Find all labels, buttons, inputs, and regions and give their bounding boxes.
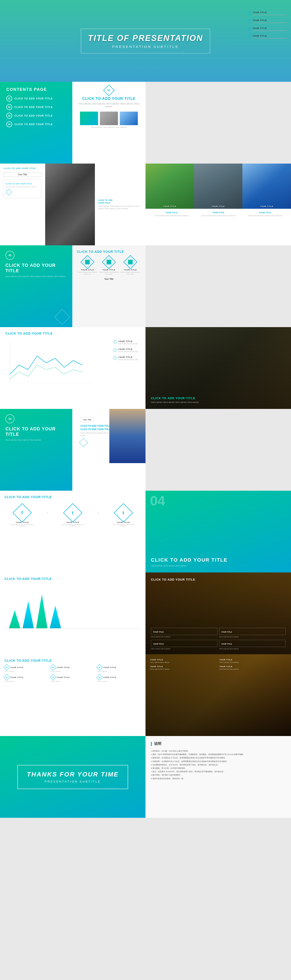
title-col-3: YOUR TITLE Click to add text click to ad… <box>244 212 286 217</box>
s8-desc-1: Click to add text click to add text clic… <box>253 14 286 16</box>
slide-7-right: 04 CLICK TO ADD YOUR TITLE Click to add … <box>146 491 291 573</box>
diamond-desc-3: Click to add text click to add text clic… <box>119 271 141 275</box>
s8r-item-2: YOUR TITLE Click to add text click to ad… <box>219 628 286 638</box>
slide-2-right: 01 CLICK TO ADD YOUR TITLE Click to add … <box>72 82 146 164</box>
social-facebook: f YOUR TITLE Click to add text click to … <box>11 506 33 527</box>
final-box[interactable]: THANKS FOR YOUR TIME PRESENTATION SUBTIT… <box>17 765 128 789</box>
label-entry-1: YOUR TITLE Click to add text click to ad… <box>114 340 138 345</box>
diamond-title-2: YOUR TITLE <box>98 269 120 271</box>
s8-title-1: YOUR TITLE <box>253 11 286 14</box>
other-diamond[interactable]: t <box>114 503 133 523</box>
inst-item-8: 8.图片更改：选中图片 右键 更改图片。 <box>151 773 286 777</box>
item-text-3: CLICK TO ADD YOUR TITLE <box>14 114 52 117</box>
facebook-letter: f <box>21 510 23 515</box>
slide5-left-title[interactable]: CLICK TO ADD YOUR TITLE <box>5 332 140 335</box>
slide5-right-title[interactable]: CLICK TO ADD YOUR TITLE <box>151 396 286 400</box>
grid-desc-1: Click to add text <box>5 670 48 672</box>
facebook-diamond[interactable]: f <box>13 503 32 523</box>
slide-7-left: CLICK TO ADD YOUR TITLE f YOUR TITLE Cli… <box>0 491 146 573</box>
slide8-left-title[interactable]: CLICK TO ADD YOUR TITLE <box>5 577 141 581</box>
slide8-right-content: CLICK TO ADD YOUR TITLE <box>151 578 286 584</box>
slide4-right-title[interactable]: CLICK TO ADD YOUR TITLE <box>77 250 141 253</box>
deco-diamond <box>54 309 70 325</box>
inst-items: 1.制作版本：2013版（2007及以上版本可使用） 2.素材：此PPT所用到的… <box>151 749 286 780</box>
inst-title: 说明 <box>154 741 161 746</box>
slide8-right-title[interactable]: CLICK TO ADD YOUR TITLE <box>151 578 286 581</box>
s8-label-text-1: YOUR TITLE Click to add text click to ad… <box>253 11 286 16</box>
right-click-title[interactable]: CLICK TO ADDYOUR TITLE <box>98 199 142 204</box>
s8r-item-1: YOUR TITLE Click to add text click to ad… <box>151 628 217 638</box>
slide7-right-content: CLICK TO ADD YOUR TITLE Click to add tex… <box>151 557 286 567</box>
right-labels: YOUR TITLE Click to add text click to ad… <box>114 340 138 361</box>
diamond-inner-3 <box>128 260 133 264</box>
slide9-right-content: YOUR TITLE Click to add text click to ad… <box>150 659 286 670</box>
slide8-labels: YOUR TITLE Click to add text click to ad… <box>248 11 286 40</box>
col-desc-2: Click to add text click to add text clic… <box>197 215 239 217</box>
slide2-right-title[interactable]: CLICK TO ADD YOUR TITLE <box>78 97 140 101</box>
s8-title-3: YOUR TITLE <box>253 27 286 29</box>
item-num-1: 01 <box>6 95 12 102</box>
slide-9-left: CLICK TO ADD YOUR TITLE 01 YOUR TITLE Cl… <box>0 654 146 736</box>
slide9-right-grid: YOUR TITLE Click to add text click to ad… <box>150 659 286 670</box>
s8-label-text-3: YOUR TITLE Click to add text click to ad… <box>253 27 286 32</box>
s9r-3: YOUR TITLE Click to add text click to ad… <box>150 665 217 670</box>
chart-container: YOUR TITLE Click to add text click to ad… <box>5 338 140 388</box>
final-subtitle: PRESENTATION SUBTITLE <box>27 780 119 783</box>
grid-item-2: 02 YOUR TITLE Click to add text <box>51 665 94 672</box>
small-click-title[interactable]: CLICK TO ADD YOUR TITLE <box>6 183 32 185</box>
slide4-title[interactable]: CLICK TO ADD YOUR TITLE <box>5 262 67 274</box>
twitter-diamond[interactable]: t <box>63 503 83 523</box>
inst-item-2: 2.素材：此PPT所用到的均为矢量可编辑图形，可调整形状、改变颜色，所有图画的图… <box>151 753 286 756</box>
contents-item-2[interactable]: 02 CLICK TO ADD YOUR TITLE <box>6 104 66 110</box>
s9r-4: YOUR TITLE Click to add text click to ad… <box>219 665 286 670</box>
slide8-label-4: YOUR TITLE Click to add text click to ad… <box>248 35 286 40</box>
grid-desc-2: Click to add text <box>51 670 94 672</box>
bar-1 <box>9 610 20 628</box>
slide-8-left: CLICK TO ADD YOUR TITLE YOUR TITLE Click… <box>0 573 146 654</box>
final-slide: THANKS FOR YOUR TIME PRESENTATION SUBTIT… <box>0 736 291 818</box>
col-title-3: YOUR TITLE <box>244 212 286 214</box>
your-title-box[interactable]: Your Title <box>4 172 41 177</box>
slide7-left-title[interactable]: CLICK TO ADD YOUR TITLE <box>5 495 141 499</box>
diamond-01: 01 <box>103 85 115 96</box>
slide-4: 02 CLICK TO ADD YOUR TITLE Click to add … <box>0 245 291 327</box>
slide-6-left: 03 CLICK TO ADD YOUR TITLE Click to add … <box>0 409 72 491</box>
slide2-right-desc: Click to add text. Click to add text. Cl… <box>78 103 140 108</box>
bar-3 <box>36 594 48 628</box>
presentation-title: TITLE OF PRESENTATION <box>88 33 203 43</box>
diamond-icon-3 <box>123 255 137 269</box>
diamond-title-1: YOUR TITLE <box>77 269 98 271</box>
label-title-2: YOUR TITLE <box>118 348 138 350</box>
diamond-row: YOUR TITLE Click to add text click to ad… <box>77 257 141 275</box>
your-title-sub[interactable]: Your Title <box>77 278 141 280</box>
contents-item-4[interactable]: 04 CLICK TO ADD YOUR TITLE <box>6 121 66 127</box>
social-desc-2: Click to add text click to add text clic… <box>62 524 84 527</box>
slide9-grid: 01 YOUR TITLE Click to add text 02 YOUR … <box>5 665 141 682</box>
label-text-2: YOUR TITLE Click to add text click to ad… <box>118 348 138 353</box>
grid-desc-4: Click to add text <box>5 681 48 682</box>
s8r-desc-3: Click to add text click to add text <box>151 648 217 650</box>
contents-item-1[interactable]: 01 CLICK TO ADD YOUR TITLE <box>6 95 66 102</box>
slide8-label-1: YOUR TITLE Click to add text click to ad… <box>248 11 286 16</box>
diamond-icon-2 <box>102 255 116 269</box>
label-entry-2: YOUR TITLE Click to add text click to ad… <box>114 348 138 353</box>
twitter-letter: t <box>72 510 74 515</box>
label-title-3: YOUR TITLE <box>118 356 138 358</box>
plus-2: + <box>97 511 99 515</box>
label-entry-3: YOUR TITLE Click to add text click to ad… <box>114 356 138 361</box>
label-text-1: YOUR TITLE Click to add text click to ad… <box>118 340 138 345</box>
slide-2: CONTENTS PAGE 01 CLICK TO ADD YOUR TITLE… <box>0 82 291 164</box>
click-add-title-a[interactable]: CLICK TO ADD YOUR TITLE <box>4 167 41 170</box>
slide7-right-title[interactable]: CLICK TO ADD YOUR TITLE <box>151 557 286 563</box>
small-desc: Click to add text. Click to add text. Cl… <box>6 186 39 188</box>
diamond-inner-2 <box>107 260 111 264</box>
slide-5: CLICK TO ADD YOUR TITLE YOUR TITLE Click… <box>0 327 291 409</box>
contents-item-3[interactable]: 03 CLICK TO ADD YOUR TITLE <box>6 113 66 119</box>
slide9-left-title[interactable]: CLICK TO ADD YOUR TITLE <box>5 659 141 662</box>
slide-6-right: Your Title CLICK TO ADD YOUR TITLE CLICK… <box>72 409 146 491</box>
diamond-item-1: YOUR TITLE Click to add text click to ad… <box>77 257 98 275</box>
inst-item-5: 5.自动播放的初始化：右方为方式，部分形状使用了组合，取消组合后，选中组合后， <box>151 763 286 767</box>
title-box[interactable]: TITLE OF PRESENTATION PRESENTATION SUBTI… <box>81 29 210 53</box>
slide8-label-2: YOUR TITLE Click to add text click to ad… <box>248 19 286 24</box>
slide6-title[interactable]: CLICK TO ADD YOUR TITLE <box>5 426 67 437</box>
